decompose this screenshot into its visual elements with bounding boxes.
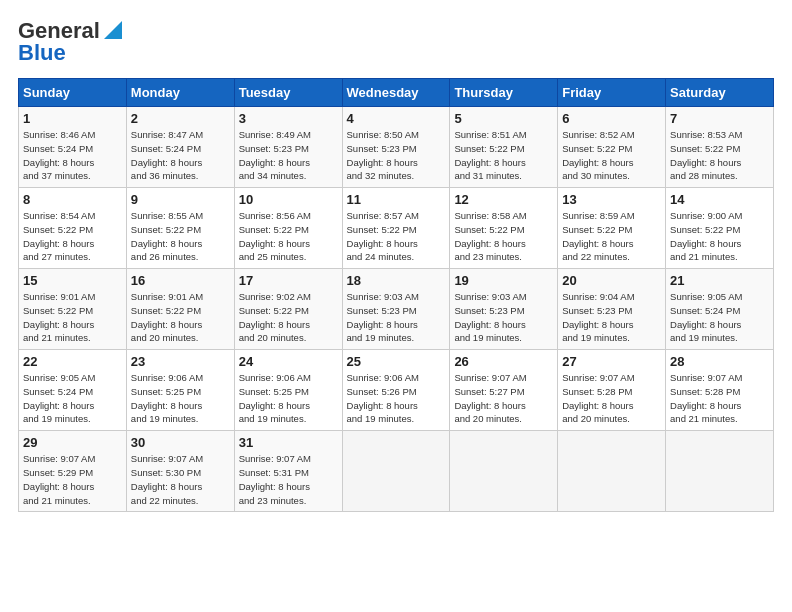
day-info: Sunrise: 8:59 AMSunset: 5:22 PMDaylight:… <box>562 209 661 264</box>
day-number: 16 <box>131 273 230 288</box>
day-number: 21 <box>670 273 769 288</box>
day-info: Sunrise: 9:05 AMSunset: 5:24 PMDaylight:… <box>670 290 769 345</box>
day-number: 18 <box>347 273 446 288</box>
logo-arrow-icon <box>102 19 124 41</box>
day-info: Sunrise: 9:02 AMSunset: 5:22 PMDaylight:… <box>239 290 338 345</box>
day-number: 13 <box>562 192 661 207</box>
calendar-cell: 20Sunrise: 9:04 AMSunset: 5:23 PMDayligh… <box>558 269 666 350</box>
day-info: Sunrise: 8:47 AMSunset: 5:24 PMDaylight:… <box>131 128 230 183</box>
day-info: Sunrise: 8:55 AMSunset: 5:22 PMDaylight:… <box>131 209 230 264</box>
day-number: 17 <box>239 273 338 288</box>
day-number: 7 <box>670 111 769 126</box>
calendar-cell: 13Sunrise: 8:59 AMSunset: 5:22 PMDayligh… <box>558 188 666 269</box>
day-number: 20 <box>562 273 661 288</box>
calendar-cell: 9Sunrise: 8:55 AMSunset: 5:22 PMDaylight… <box>126 188 234 269</box>
header-row: SundayMondayTuesdayWednesdayThursdayFrid… <box>19 79 774 107</box>
day-info: Sunrise: 8:46 AMSunset: 5:24 PMDaylight:… <box>23 128 122 183</box>
calendar-cell: 24Sunrise: 9:06 AMSunset: 5:25 PMDayligh… <box>234 350 342 431</box>
day-number: 2 <box>131 111 230 126</box>
calendar-cell: 7Sunrise: 8:53 AMSunset: 5:22 PMDaylight… <box>666 107 774 188</box>
day-number: 1 <box>23 111 122 126</box>
day-info: Sunrise: 9:07 AMSunset: 5:28 PMDaylight:… <box>562 371 661 426</box>
day-info: Sunrise: 8:51 AMSunset: 5:22 PMDaylight:… <box>454 128 553 183</box>
calendar-cell: 2Sunrise: 8:47 AMSunset: 5:24 PMDaylight… <box>126 107 234 188</box>
calendar-cell <box>666 431 774 512</box>
day-number: 6 <box>562 111 661 126</box>
col-header-thursday: Thursday <box>450 79 558 107</box>
day-info: Sunrise: 9:01 AMSunset: 5:22 PMDaylight:… <box>131 290 230 345</box>
calendar-cell: 14Sunrise: 9:00 AMSunset: 5:22 PMDayligh… <box>666 188 774 269</box>
calendar-cell <box>450 431 558 512</box>
day-info: Sunrise: 9:06 AMSunset: 5:25 PMDaylight:… <box>131 371 230 426</box>
day-number: 14 <box>670 192 769 207</box>
col-header-saturday: Saturday <box>666 79 774 107</box>
week-row-1: 1Sunrise: 8:46 AMSunset: 5:24 PMDaylight… <box>19 107 774 188</box>
calendar-cell: 22Sunrise: 9:05 AMSunset: 5:24 PMDayligh… <box>19 350 127 431</box>
day-info: Sunrise: 9:06 AMSunset: 5:26 PMDaylight:… <box>347 371 446 426</box>
day-number: 12 <box>454 192 553 207</box>
calendar-cell: 23Sunrise: 9:06 AMSunset: 5:25 PMDayligh… <box>126 350 234 431</box>
calendar-cell: 5Sunrise: 8:51 AMSunset: 5:22 PMDaylight… <box>450 107 558 188</box>
day-info: Sunrise: 9:07 AMSunset: 5:30 PMDaylight:… <box>131 452 230 507</box>
calendar-cell: 21Sunrise: 9:05 AMSunset: 5:24 PMDayligh… <box>666 269 774 350</box>
day-number: 8 <box>23 192 122 207</box>
header: General Blue <box>18 18 774 66</box>
calendar-cell: 15Sunrise: 9:01 AMSunset: 5:22 PMDayligh… <box>19 269 127 350</box>
col-header-tuesday: Tuesday <box>234 79 342 107</box>
day-info: Sunrise: 8:57 AMSunset: 5:22 PMDaylight:… <box>347 209 446 264</box>
calendar-cell: 27Sunrise: 9:07 AMSunset: 5:28 PMDayligh… <box>558 350 666 431</box>
calendar-cell: 4Sunrise: 8:50 AMSunset: 5:23 PMDaylight… <box>342 107 450 188</box>
day-info: Sunrise: 9:04 AMSunset: 5:23 PMDaylight:… <box>562 290 661 345</box>
calendar-cell <box>558 431 666 512</box>
week-row-5: 29Sunrise: 9:07 AMSunset: 5:29 PMDayligh… <box>19 431 774 512</box>
day-number: 27 <box>562 354 661 369</box>
calendar-cell: 28Sunrise: 9:07 AMSunset: 5:28 PMDayligh… <box>666 350 774 431</box>
week-row-3: 15Sunrise: 9:01 AMSunset: 5:22 PMDayligh… <box>19 269 774 350</box>
logo-blue: Blue <box>18 40 66 66</box>
day-info: Sunrise: 8:56 AMSunset: 5:22 PMDaylight:… <box>239 209 338 264</box>
calendar-cell: 17Sunrise: 9:02 AMSunset: 5:22 PMDayligh… <box>234 269 342 350</box>
day-number: 15 <box>23 273 122 288</box>
calendar-cell: 11Sunrise: 8:57 AMSunset: 5:22 PMDayligh… <box>342 188 450 269</box>
day-number: 30 <box>131 435 230 450</box>
calendar-cell: 6Sunrise: 8:52 AMSunset: 5:22 PMDaylight… <box>558 107 666 188</box>
day-number: 3 <box>239 111 338 126</box>
day-info: Sunrise: 9:00 AMSunset: 5:22 PMDaylight:… <box>670 209 769 264</box>
day-number: 28 <box>670 354 769 369</box>
day-number: 19 <box>454 273 553 288</box>
day-number: 26 <box>454 354 553 369</box>
calendar-cell: 12Sunrise: 8:58 AMSunset: 5:22 PMDayligh… <box>450 188 558 269</box>
page: General Blue SundayMondayTuesdayWednesda… <box>0 0 792 522</box>
day-info: Sunrise: 8:53 AMSunset: 5:22 PMDaylight:… <box>670 128 769 183</box>
col-header-monday: Monday <box>126 79 234 107</box>
col-header-sunday: Sunday <box>19 79 127 107</box>
day-info: Sunrise: 9:05 AMSunset: 5:24 PMDaylight:… <box>23 371 122 426</box>
calendar-cell: 10Sunrise: 8:56 AMSunset: 5:22 PMDayligh… <box>234 188 342 269</box>
day-number: 9 <box>131 192 230 207</box>
calendar-cell: 18Sunrise: 9:03 AMSunset: 5:23 PMDayligh… <box>342 269 450 350</box>
week-row-2: 8Sunrise: 8:54 AMSunset: 5:22 PMDaylight… <box>19 188 774 269</box>
day-info: Sunrise: 9:03 AMSunset: 5:23 PMDaylight:… <box>454 290 553 345</box>
day-info: Sunrise: 9:03 AMSunset: 5:23 PMDaylight:… <box>347 290 446 345</box>
day-number: 24 <box>239 354 338 369</box>
logo: General Blue <box>18 18 124 66</box>
col-header-friday: Friday <box>558 79 666 107</box>
calendar-cell <box>342 431 450 512</box>
day-number: 10 <box>239 192 338 207</box>
calendar-table: SundayMondayTuesdayWednesdayThursdayFrid… <box>18 78 774 512</box>
calendar-cell: 31Sunrise: 9:07 AMSunset: 5:31 PMDayligh… <box>234 431 342 512</box>
svg-marker-0 <box>104 21 122 39</box>
day-info: Sunrise: 8:50 AMSunset: 5:23 PMDaylight:… <box>347 128 446 183</box>
day-info: Sunrise: 9:07 AMSunset: 5:28 PMDaylight:… <box>670 371 769 426</box>
calendar-cell: 19Sunrise: 9:03 AMSunset: 5:23 PMDayligh… <box>450 269 558 350</box>
day-number: 29 <box>23 435 122 450</box>
day-info: Sunrise: 8:54 AMSunset: 5:22 PMDaylight:… <box>23 209 122 264</box>
calendar-cell: 30Sunrise: 9:07 AMSunset: 5:30 PMDayligh… <box>126 431 234 512</box>
calendar-cell: 25Sunrise: 9:06 AMSunset: 5:26 PMDayligh… <box>342 350 450 431</box>
day-number: 31 <box>239 435 338 450</box>
day-number: 5 <box>454 111 553 126</box>
day-info: Sunrise: 8:52 AMSunset: 5:22 PMDaylight:… <box>562 128 661 183</box>
calendar-cell: 29Sunrise: 9:07 AMSunset: 5:29 PMDayligh… <box>19 431 127 512</box>
calendar-cell: 8Sunrise: 8:54 AMSunset: 5:22 PMDaylight… <box>19 188 127 269</box>
day-info: Sunrise: 9:07 AMSunset: 5:31 PMDaylight:… <box>239 452 338 507</box>
